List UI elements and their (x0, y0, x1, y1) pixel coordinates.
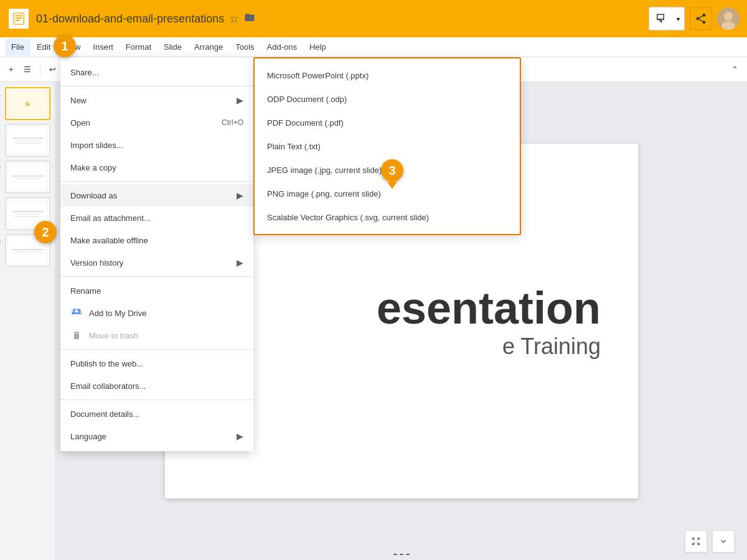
doc-title: 01-download-and-email-presentations ☆ (36, 12, 642, 26)
svg-rect-1 (16, 16, 22, 17)
slide-thumb-2[interactable]: 2 (5, 124, 50, 157)
separator-2 (60, 181, 253, 182)
user-avatar[interactable] (717, 7, 740, 30)
slide-thumb-1[interactable]: 1 G (5, 87, 50, 120)
tutorial-badge-1: 1 (54, 35, 76, 57)
menu-help[interactable]: Help (303, 39, 332, 56)
menu-trash: Move to trash (60, 324, 253, 347)
expand-button[interactable] (685, 530, 707, 553)
download-arrow: ▶ (237, 190, 243, 200)
menu-file[interactable]: File (5, 39, 31, 56)
menu-import[interactable]: Import slides... (60, 134, 253, 156)
svg-point-5 (724, 12, 733, 21)
slide-text-sub: e Training (377, 334, 601, 360)
slides-panel: 1 G 2 3 4 (0, 82, 56, 560)
tutorial-badge-3-pointer: 3 (381, 159, 403, 189)
trash-icon (70, 329, 83, 342)
badge-tail (387, 182, 397, 189)
app-icon (7, 7, 30, 30)
menu-download-as[interactable]: Download as ▶ (60, 184, 253, 207)
star-icon[interactable]: ☆ (229, 12, 239, 26)
slide-text-large: esentation (377, 282, 601, 334)
menu-addons[interactable]: Add-ons (261, 39, 303, 56)
menu-open[interactable]: Open Ctrl+O (60, 111, 253, 134)
new-arrow: ▶ (237, 95, 243, 105)
tutorial-badge-3: 3 (381, 159, 403, 182)
menu-language[interactable]: Language ▶ (60, 425, 253, 447)
menu-edit[interactable]: Edit (31, 39, 57, 56)
separator-1 (60, 86, 253, 86)
menu-bar: File Edit View Insert Format Slide Arran… (0, 37, 747, 57)
menu-share[interactable]: Share... (60, 61, 253, 83)
menu-format[interactable]: Format (120, 39, 157, 56)
menu-new[interactable]: New ▶ (60, 89, 253, 111)
menu-rename[interactable]: Rename (60, 279, 253, 302)
menu-slide[interactable]: Slide (157, 39, 188, 56)
top-bar: 01-download-and-email-presentations ☆ ▾ (0, 0, 747, 37)
download-txt[interactable]: Plain Text (.txt) (255, 134, 520, 158)
toolbar-menu[interactable]: ☰ (20, 60, 35, 79)
svg-rect-2 (16, 17, 22, 19)
file-dropdown: Share... New ▶ Open Ctrl+O Import slides… (60, 57, 253, 451)
slide-thumb-3[interactable]: 3 (5, 161, 50, 194)
download-submenu: Microsoft PowerPoint (.pptx) ODP Documen… (253, 57, 521, 235)
language-arrow: ▶ (237, 431, 243, 441)
share-icon-button[interactable] (690, 7, 712, 30)
download-svg[interactable]: Scalable Vector Graphics (.svg, current … (255, 205, 520, 229)
separator-3 (60, 276, 253, 277)
tutorial-badge-2: 2 (34, 221, 57, 243)
present-dropdown-button[interactable]: ▾ (672, 7, 684, 30)
top-right: ▾ (649, 7, 740, 30)
toolbar-collapse[interactable]: ⌃ (728, 60, 742, 79)
download-odp[interactable]: ODP Document (.odp) (255, 87, 520, 111)
separator-5 (60, 399, 253, 400)
version-arrow: ▶ (237, 258, 243, 268)
folder-icon[interactable] (244, 12, 255, 26)
present-button[interactable] (649, 7, 672, 30)
separator-4 (60, 349, 253, 350)
navigate-down-button[interactable] (712, 530, 735, 553)
menu-publish[interactable]: Publish to the web... (60, 352, 253, 375)
menu-arrange[interactable]: Arrange (188, 39, 229, 56)
toolbar-add[interactable]: + (5, 60, 17, 79)
menu-insert[interactable]: Insert (87, 39, 120, 56)
slide-navigation-dots (393, 554, 410, 555)
menu-tools[interactable]: Tools (229, 39, 260, 56)
menu-email-attachment[interactable]: Email as attachment... (60, 207, 253, 229)
doc-title-text: 01-download-and-email-presentations (36, 12, 224, 26)
menu-doc-details[interactable]: Document details... (60, 403, 253, 425)
download-pptx[interactable]: Microsoft PowerPoint (.pptx) (255, 63, 520, 87)
toolbar-undo[interactable]: ↩ (45, 60, 60, 79)
menu-offline[interactable]: Make available offline (60, 229, 253, 251)
download-pdf[interactable]: PDF Document (.pdf) (255, 111, 520, 134)
menu-version-history[interactable]: Version history ▶ (60, 251, 253, 274)
menu-add-drive[interactable]: Add to My Drive (60, 302, 253, 324)
menu-email-collab[interactable]: Email collaborators... (60, 375, 253, 397)
menu-make-copy[interactable]: Make a copy (60, 156, 253, 179)
drive-icon (70, 307, 83, 319)
svg-rect-3 (16, 20, 20, 21)
